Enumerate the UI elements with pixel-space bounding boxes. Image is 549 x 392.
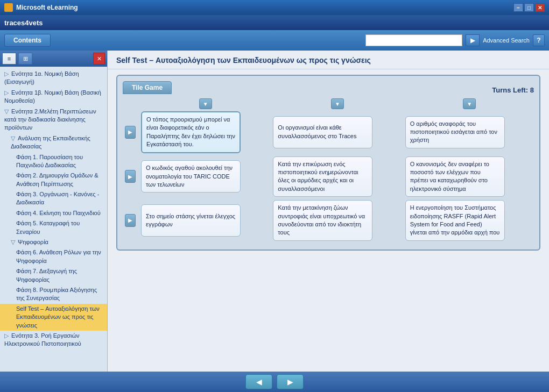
tile-1-2[interactable]: Ο κανονισμός δεν αναφέρει το ποσοστό των… (405, 156, 505, 197)
tile-2-1[interactable]: Κατά την μετακίνηση ζώων συντροφιάς είνα… (273, 200, 372, 241)
close-button[interactable]: ✕ (535, 3, 545, 12)
row-arrow-1[interactable]: ▶ (125, 126, 136, 139)
sidebar-item-e1b[interactable]: ▷ Ενότητα 1β. Νομική Βάση (Βασική Νομοθε… (0, 88, 107, 106)
sidebar-close-button[interactable]: ✕ (93, 53, 105, 65)
contents-button[interactable]: Contents (4, 34, 51, 47)
titlebar: Microsoft eLearning − □ ✕ (0, 0, 549, 15)
search-button[interactable]: ▶ (466, 34, 480, 46)
sidebar-item-ph7[interactable]: Φάση 7. Διεξαγωγή της Ψηφοφορίας (0, 266, 107, 285)
sidebar-item-psifoforia[interactable]: ▽ Ψηφοφορία (0, 237, 107, 247)
search-input[interactable] (365, 34, 462, 46)
game-area: Tile Game Turns Left: 8 ▼ ▼ (108, 69, 549, 372)
sidebar-item-e2[interactable]: ▽ Ενότητα 2.Μελέτη Περιπτώσεων κατά την … (0, 106, 107, 133)
prev-button[interactable]: ◀ (245, 374, 272, 389)
grid-view-button[interactable]: ⊞ (18, 53, 32, 65)
game-title-tab: Tile Game (123, 81, 172, 94)
expand-icon-e2: ▽ (4, 108, 10, 115)
tile-0-1[interactable]: Οι οργανισμοί είναι κάθε συναλλασσόμενος… (273, 116, 372, 148)
turns-left: Turns Left: 8 (492, 86, 534, 94)
maximize-button[interactable]: □ (524, 3, 534, 12)
search-arrow-icon: ▶ (470, 37, 475, 44)
search-area: ▶ Advanced Search ? (55, 34, 545, 46)
list-view-button[interactable]: ≡ (2, 53, 16, 65)
bottom-nav: ◀ ▶ (0, 372, 549, 392)
row-arrow-2[interactable]: ▶ (125, 170, 136, 183)
tile-2-2[interactable]: Η ενεργοποίηση του Συστήματος ειδοποίηση… (405, 200, 505, 241)
sidebar-item-ph3[interactable]: Φάση 3. Οργάνωση - Κανόνες - Διαδικασία (0, 189, 107, 208)
row-arrow-3[interactable]: ▶ (125, 214, 136, 227)
sidebar-item-ph2[interactable]: Φάση 2. Δημιουργία Ομάδων & Ανάθεση Περί… (0, 170, 107, 189)
col-arrow-3[interactable]: ▼ (463, 98, 476, 109)
expand-icon-e1b: ▷ (4, 89, 10, 96)
advanced-search-link[interactable]: Advanced Search (483, 37, 530, 44)
col-arrow-1[interactable]: ▼ (199, 98, 212, 109)
sidebar-item-ph8[interactable]: Φάση 8. Ρουμπρίκα Αξιόγησης της Συνεργασ… (0, 285, 107, 304)
sidebar-item-ph1[interactable]: Φάση 1. Παρουσίαση του Παιχνιδιού Διαδικ… (0, 152, 107, 171)
sidebar-item-selftest[interactable]: Self Test – Αυτοαξιολόγηση των Εκπαιδευο… (0, 304, 107, 331)
toolbar: Contents ▶ Advanced Search ? (0, 30, 549, 51)
expand-icon-e1a: ▷ (4, 70, 10, 77)
sidebar-item-e1a[interactable]: ▷ Ενότητα 1α. Νομική Βάση (Εισαγωγή) (0, 69, 107, 88)
window-controls: − □ ✕ (513, 3, 545, 12)
sidebar-item-ph4[interactable]: Φάση 4. Εκίνηση του Παιχνιδιού (0, 208, 107, 218)
sidebar-content: ▷ Ενότητα 1α. Νομική Βάση (Εισαγωγή) ▷ Ε… (0, 67, 107, 372)
game-container: Tile Game Turns Left: 8 ▼ ▼ (116, 75, 540, 251)
tile-0-0[interactable]: Ο τόπος προορισμού μπορεί να είναι διαφο… (141, 111, 241, 153)
tile-1-1[interactable]: Κατά την επικύρωση ενός πιστοποιητικού ε… (273, 156, 372, 197)
sidebar: ≡ ⊞ ✕ ▷ Ενότητα 1α. Νομική Βάση (Εισαγωγ… (0, 51, 108, 372)
sidebar-item-analysis[interactable]: ▽ Ανάλυση της Εκπαιδευτικής Διαδικασίας (0, 133, 107, 152)
sidebar-item-ph5[interactable]: Φάση 5. Καταγραφή του Σεναρίου (0, 218, 107, 237)
col-arrow-2[interactable]: ▼ (331, 98, 344, 109)
main-area: ≡ ⊞ ✕ ▷ Ενότητα 1α. Νομική Βάση (Εισαγωγ… (0, 51, 549, 372)
app-icon (4, 3, 13, 12)
expand-icon-psif: ▽ (11, 239, 17, 245)
next-button[interactable]: ▶ (277, 374, 304, 389)
minimize-button[interactable]: − (513, 3, 523, 12)
appbar: traces4vets (0, 15, 549, 30)
sidebar-item-ph6[interactable]: Φάση 6. Ανάθεση Ρόλων για την Ψηφοφορία (0, 247, 107, 266)
brand-label: traces4vets (4, 19, 43, 27)
sidebar-header: ≡ ⊞ ✕ (0, 51, 107, 67)
expand-icon-analysis: ▽ (11, 135, 17, 141)
sidebar-item-e3[interactable]: ▷ Ενότητα 3. Ροή Εργασιών Ηλεκτρονικού Π… (0, 331, 107, 350)
expand-icon-e3: ▷ (4, 332, 10, 339)
tile-0-2[interactable]: Ο αριθμός αναφοράς του πιστοποιητικού ει… (405, 116, 505, 148)
app-title: Microsoft eLearning (16, 4, 78, 11)
content-panel: Self Test – Αυτοαξιολόγηση των Εκπαιδευο… (108, 51, 549, 372)
help-button[interactable]: ? (533, 34, 545, 46)
tile-1-0[interactable]: Ο κωδικός αγαθού ακολουθεί την ονοματολο… (141, 160, 241, 193)
content-title: Self Test – Αυτοαξιολόγηση των Εκπαιδευο… (108, 51, 549, 69)
tile-2-0[interactable]: Στο σημείο στάσης γίνεται έλεγχος εγγράφ… (141, 204, 241, 237)
